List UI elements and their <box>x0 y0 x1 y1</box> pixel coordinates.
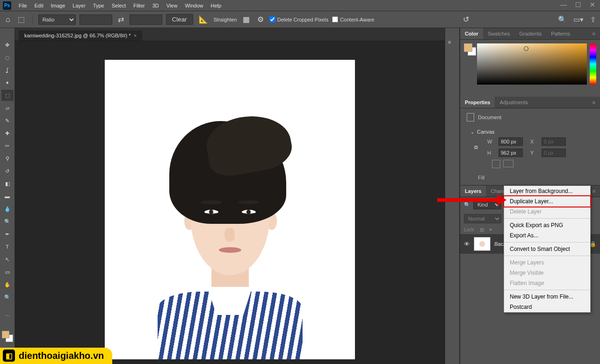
crop-options-icon[interactable]: ⚙ <box>255 15 266 24</box>
menu-file[interactable]: File <box>15 1 31 10</box>
move-tool[interactable]: ✥ <box>1 39 14 50</box>
clone-stamp-tool[interactable]: ⚲ <box>1 153 14 164</box>
close-tab-icon[interactable]: × <box>134 33 137 38</box>
type-tool[interactable]: T <box>1 241 14 252</box>
clear-button[interactable]: Clear <box>166 14 193 25</box>
tab-properties[interactable]: Properties <box>460 97 495 108</box>
tab-patterns[interactable]: Patterns <box>546 28 575 39</box>
layer-lock-icon[interactable]: 🔒 <box>590 241 596 247</box>
eyedropper-tool[interactable]: ✎ <box>1 115 14 126</box>
zoom-tool[interactable]: 🔍 <box>1 292 14 303</box>
canvas-section[interactable]: Canvas <box>466 126 594 137</box>
context-menu-item[interactable]: Quick Export as PNG <box>504 220 590 230</box>
tab-layers[interactable]: Layers <box>460 186 486 197</box>
context-menu-item: Merge Visible <box>504 268 590 278</box>
menu-3d[interactable]: 3D <box>149 1 163 10</box>
eraser-tool[interactable]: ◧ <box>1 178 14 189</box>
tab-adjustments[interactable]: Adjustments <box>495 97 533 108</box>
menu-window[interactable]: Window <box>181 1 207 10</box>
delete-cropped-checkbox[interactable]: Delete Cropped Pixels <box>269 16 328 22</box>
lock-position-icon[interactable]: ✦ <box>489 227 492 232</box>
visibility-icon[interactable]: 👁 <box>464 241 470 248</box>
color-picker-ring[interactable] <box>524 46 528 51</box>
window-close-icon[interactable]: ✕ <box>590 1 595 8</box>
hand-tool[interactable]: ✋ <box>1 279 14 290</box>
menu-image[interactable]: Image <box>47 1 69 10</box>
crop-width-input[interactable] <box>80 14 112 25</box>
straighten-icon[interactable]: 📐 <box>197 15 210 24</box>
menu-select[interactable]: Select <box>108 1 130 10</box>
watermark-text: dienthoaigiakho.vn <box>19 350 104 361</box>
menu-view[interactable]: View <box>163 1 181 10</box>
marquee-tool[interactable]: ◌ <box>1 52 14 63</box>
color-swatches[interactable] <box>2 331 13 342</box>
lasso-tool[interactable]: ʆ <box>1 64 14 76</box>
home-icon[interactable]: ⌂ <box>4 15 12 24</box>
menu-layer[interactable]: Layer <box>69 1 89 10</box>
workspace-icon[interactable]: ▭▾ <box>573 15 584 24</box>
tab-color[interactable]: Color <box>460 28 483 39</box>
context-menu-item[interactable]: Postcard <box>504 302 590 312</box>
color-spectrum[interactable] <box>477 43 587 85</box>
context-menu-item[interactable]: Duplicate Layer... <box>504 196 590 207</box>
portrait-image <box>141 107 319 359</box>
menu-edit[interactable]: Edit <box>31 1 47 10</box>
search-icon[interactable]: 🔍 <box>464 202 470 208</box>
share-icon[interactable]: ⇪ <box>590 15 596 24</box>
canvas-viewport[interactable] <box>15 41 445 364</box>
search-icon[interactable]: 🔍 <box>558 15 567 24</box>
shape-tool[interactable]: ▭ <box>1 266 14 278</box>
context-menu-item[interactable]: New 3D Layer from File... <box>504 292 590 302</box>
tab-gradients[interactable]: Gradients <box>514 28 546 39</box>
panel-menu-icon[interactable]: ≡ <box>588 97 600 108</box>
menu-filter[interactable]: Filter <box>130 1 148 10</box>
window-maximize-icon[interactable]: ☐ <box>575 1 581 8</box>
document-canvas[interactable] <box>105 60 355 359</box>
fill-label: Fill <box>478 175 484 180</box>
properties-panel-tabs: Properties Adjustments ≡ <box>460 97 600 108</box>
dock-icon[interactable]: ≡ <box>448 39 456 48</box>
link-wh-icon[interactable]: ⧉ <box>474 144 484 150</box>
context-menu-separator <box>504 218 590 219</box>
blur-tool[interactable]: 💧 <box>1 203 14 214</box>
crop-tool[interactable]: ⬚ <box>1 90 14 101</box>
context-menu-item[interactable]: Export As... <box>504 230 590 241</box>
history-brush-tool[interactable]: ↺ <box>1 165 14 177</box>
reset-icon[interactable]: ↺ <box>461 15 471 24</box>
swap-dimensions-icon[interactable]: ⇄ <box>116 15 126 24</box>
window-minimize-icon[interactable]: — <box>560 1 567 8</box>
frame-tool[interactable]: ▱ <box>1 102 14 114</box>
lock-pixels-icon[interactable]: ▨ <box>480 227 484 232</box>
menu-help[interactable]: Help <box>207 1 225 10</box>
content-aware-checkbox[interactable]: Content-Aware <box>332 16 374 22</box>
properties-panel: Document Canvas ⧉ W X H Y Fill <box>460 108 600 185</box>
path-select-tool[interactable]: ↖ <box>1 254 14 265</box>
canvas-width-input[interactable] <box>499 137 523 146</box>
landscape-orientation-icon[interactable] <box>503 160 513 167</box>
panel-menu-icon[interactable]: ≡ <box>588 28 600 39</box>
context-menu-item[interactable]: Convert to Smart Object <box>504 244 590 254</box>
portrait-orientation-icon[interactable] <box>492 160 500 168</box>
layer-thumbnail[interactable] <box>474 237 491 251</box>
color-panel-tabs: Color Swatches Gradients Patterns ≡ <box>460 28 600 40</box>
dodge-tool[interactable]: 🔍 <box>1 216 14 227</box>
annotation-arrow <box>437 198 498 202</box>
tab-swatches[interactable]: Swatches <box>483 28 515 39</box>
color-fg-bg-swatch[interactable] <box>464 43 474 54</box>
pen-tool[interactable]: ✒ <box>1 228 14 240</box>
hue-slider[interactable] <box>590 43 596 85</box>
foreground-color-swatch[interactable] <box>2 331 9 338</box>
context-menu-item[interactable]: Layer from Background... <box>504 186 590 196</box>
quick-select-tool[interactable]: ✦ <box>1 77 14 88</box>
grid-overlay-icon[interactable]: ▦ <box>241 15 252 24</box>
crop-height-input[interactable] <box>130 14 162 25</box>
ratio-select[interactable]: Ratio <box>38 14 76 25</box>
brush-tool[interactable]: ✏ <box>1 140 14 151</box>
gradient-tool[interactable]: ▬ <box>1 191 14 202</box>
canvas-height-input[interactable] <box>499 149 523 157</box>
edit-toolbar-icon[interactable]: ⋯ <box>1 310 14 321</box>
menu-type[interactable]: Type <box>89 1 108 10</box>
crop-tool-icon[interactable]: ⬚ <box>16 15 27 24</box>
healing-brush-tool[interactable]: ✚ <box>1 128 14 139</box>
document-tab[interactable]: kamiwedding-316252.jpg @ 66.7% (RGB/8#) … <box>19 30 142 41</box>
